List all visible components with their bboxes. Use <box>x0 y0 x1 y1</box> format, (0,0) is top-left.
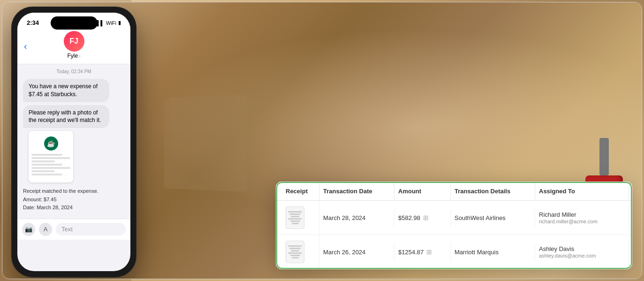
status-time: 2:34 <box>27 19 39 26</box>
back-button[interactable]: ‹ <box>24 41 27 51</box>
battery-icon: ▮ <box>118 20 121 26</box>
message-timestamp: Today, 02:34 PM <box>23 69 125 74</box>
wifi-icon: WiFi <box>106 20 116 26</box>
col-header-assigned: Assigned To <box>535 182 629 200</box>
message-text-1: You have a new expense of $7.45 at Starb… <box>29 83 98 98</box>
phone-mockup: 2:34 ▐▌▌ WiFi ▮ ‹ FJ Fyle › <box>12 7 136 277</box>
attachment-icon: A <box>44 226 48 233</box>
receipt-line <box>31 154 62 156</box>
message-input[interactable]: Text <box>56 223 126 235</box>
assigned-email-2: ashley.davis@acme.com <box>539 253 625 258</box>
receipt-link-icon-1: ⊞ <box>423 214 429 221</box>
camera-button[interactable]: 📷 <box>22 223 35 236</box>
message-bubble-1: You have a new expense of $7.45 at Starb… <box>23 79 109 102</box>
cell-state-1: Reported <box>629 207 632 228</box>
assigned-name-1: Richard Miller <box>539 211 625 218</box>
assigned-container-1: Richard Miller richard.miller@acme.com <box>539 211 625 224</box>
amount-value-2: $1254.87 <box>398 249 424 256</box>
col-header-receipt: Receipt <box>282 182 319 200</box>
cell-details-2: Marriott Marquis <box>451 243 535 261</box>
camera-icon: 📷 <box>25 226 32 233</box>
app-name-container: Fyle › <box>67 53 80 59</box>
expense-table: Receipt Transaction Date Amount Transact… <box>276 182 632 269</box>
col-header-amount: Amount <box>394 182 451 200</box>
table-row: March 28, 2024 $582.98 ⊞ SouthWest Airli… <box>276 201 632 235</box>
receipt-image: ☕ <box>29 131 73 182</box>
cell-assigned-1: Richard Miller richard.miller@acme.com <box>535 205 629 230</box>
receipt-line <box>31 170 55 172</box>
receipt-line <box>31 157 70 159</box>
cell-date-2: March 26, 2024 <box>319 243 394 261</box>
cell-receipt-1 <box>282 201 319 235</box>
assigned-email-1: richard.miller@acme.com <box>539 219 625 224</box>
phone-screen: 2:34 ▐▌▌ WiFi ▮ ‹ FJ Fyle › <box>17 13 130 271</box>
assigned-container-2: Ashley Davis ashley.davis@acme.com <box>539 245 625 258</box>
col-header-date: Transaction Date <box>319 182 394 200</box>
status-icons: ▐▌▌ WiFi ▮ <box>93 20 121 26</box>
message-bubble-2: Please reply with a photo of the receipt… <box>23 105 109 129</box>
cell-state-2: Approved <box>629 242 632 262</box>
starbucks-logo: ☕ <box>44 137 58 151</box>
app-avatar-text: FJ <box>69 37 78 46</box>
match-line-3: Date: March 28, 2024 <box>23 204 125 212</box>
message-text-2: Please reply with a photo of the receipt… <box>29 109 101 124</box>
attachment-button[interactable]: A <box>39 223 52 236</box>
cell-assigned-2: Ashley Davis ashley.davis@acme.com <box>535 240 629 264</box>
cell-amount-2: $1254.87 ⊞ <box>394 243 451 261</box>
match-line-2: Amount: $7.45 <box>23 196 125 204</box>
cell-amount-1: $582.98 ⊞ <box>394 208 451 227</box>
outer-frame: 2:34 ▐▌▌ WiFi ▮ ‹ FJ Fyle › <box>2 2 642 279</box>
dynamic-island <box>51 16 98 30</box>
cell-date-1: March 28, 2024 <box>319 209 394 227</box>
amount-container-1: $582.98 ⊞ <box>398 214 447 221</box>
amount-container-2: $1254.87 ⊞ <box>398 248 447 256</box>
table-header: Receipt Transaction Date Amount Transact… <box>276 182 632 201</box>
cell-details-1: SouthWest Airlines <box>451 209 535 227</box>
receipt-thumbnail-2 <box>286 241 304 263</box>
match-line-1: Receipt matched to the expense. <box>23 187 125 196</box>
app-name-label: Fyle <box>67 53 78 59</box>
receipt-line <box>31 160 55 162</box>
receipt-line <box>31 164 62 166</box>
app-avatar: FJ <box>64 31 84 52</box>
assigned-name-2: Ashley Davis <box>539 245 625 252</box>
input-placeholder: Text <box>61 226 73 233</box>
receipt-lines <box>29 152 73 177</box>
app-name-chevron: › <box>79 53 80 59</box>
receipt-line <box>31 174 62 175</box>
amount-value-1: $582.98 <box>398 214 420 221</box>
col-header-details: Transaction Details <box>451 182 535 200</box>
messages-area: Today, 02:34 PM You have a new expense o… <box>17 64 130 219</box>
receipt-line <box>31 167 70 169</box>
cell-receipt-2 <box>282 235 319 269</box>
receipt-link-icon-2: ⊞ <box>426 248 432 256</box>
input-bar: 📷 A Text <box>17 219 130 240</box>
table-row: March 26, 2024 $1254.87 ⊞ Marriott Marqu… <box>276 235 632 269</box>
receipt-thumbnail-1 <box>286 206 304 229</box>
col-header-state: Expense State <box>629 182 632 200</box>
match-result: Receipt matched to the expense. Amount: … <box>23 185 125 214</box>
phone-header: ‹ FJ Fyle › <box>17 28 130 64</box>
